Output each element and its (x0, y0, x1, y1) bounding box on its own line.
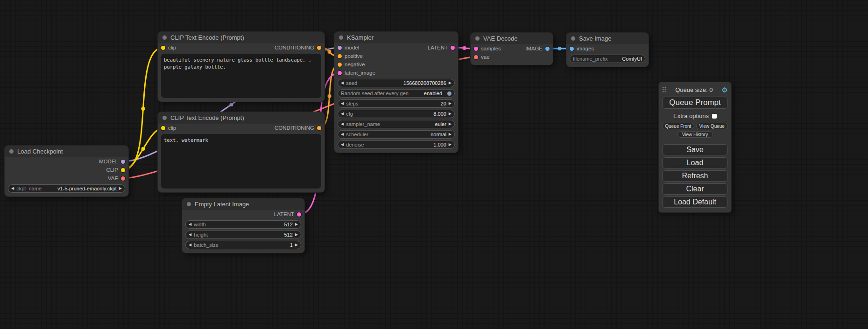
node-title: CLIP Text Encode (Prompt) (170, 34, 244, 41)
settings-gear-icon[interactable]: ⚙ (722, 86, 728, 93)
link-midpoint-dot[interactable] (141, 147, 145, 151)
decrement-arrow-icon[interactable]: ◀ (341, 143, 344, 147)
node-title-bar[interactable]: Load Checkpoint (5, 146, 128, 157)
decrement-arrow-icon[interactable]: ◀ (189, 243, 191, 247)
toggle-knob[interactable] (447, 91, 452, 96)
decrement-arrow-icon[interactable]: ◀ (341, 112, 344, 116)
node-title: KSampler (347, 34, 374, 41)
menu-header: Queue size: 0 ⚙ (662, 85, 728, 94)
node-title-bar[interactable]: Save Image (566, 33, 649, 44)
increment-arrow-icon[interactable]: ▶ (449, 122, 452, 126)
node-empty-latent-image[interactable]: Empty Latent Image LATENT ◀ width 512 ▶ … (182, 198, 304, 253)
increment-arrow-icon[interactable]: ▶ (119, 187, 122, 190)
output-port-conditioning[interactable] (317, 46, 321, 50)
view-history-button[interactable]: View History (677, 131, 713, 138)
link-midpoint-dot[interactable] (141, 107, 145, 111)
input-port-negative[interactable] (338, 63, 342, 67)
link-midpoint-dot[interactable] (463, 46, 466, 50)
node-ksampler[interactable]: KSampler model LATENT positive negative … (334, 32, 458, 153)
slot-row: clip CONDITIONING (158, 124, 325, 132)
collapse-dot-icon[interactable] (187, 202, 191, 206)
widget-steps[interactable]: ◀ steps 20 ▶ (338, 99, 455, 108)
input-port-model[interactable] (338, 46, 342, 50)
node-title-bar[interactable]: Empty Latent Image (182, 198, 304, 210)
widget-random-seed-toggle[interactable]: Random seed after every gen enabled (338, 89, 455, 98)
widget-scheduler[interactable]: ◀ scheduler normal ▶ (338, 130, 455, 139)
node-clip-text-encode-negative[interactable]: CLIP Text Encode (Prompt) clip CONDITION… (158, 112, 325, 192)
node-graph-canvas[interactable]: Load Checkpoint MODEL CLIP VAE ◀ ckpt_na… (0, 0, 868, 329)
input-port-clip[interactable] (161, 46, 165, 50)
widget-batch-size[interactable]: ◀ batch_size 1 ▶ (185, 241, 301, 249)
input-port-vae[interactable] (474, 55, 478, 59)
node-title-bar[interactable]: KSampler (334, 32, 458, 43)
link-midpoint-dot[interactable] (558, 47, 562, 50)
collapse-dot-icon[interactable] (475, 36, 480, 41)
decrement-arrow-icon[interactable]: ◀ (341, 133, 344, 136)
load-button[interactable]: Load (662, 157, 728, 168)
negative-prompt-textarea[interactable]: text, watermark (161, 134, 321, 189)
save-button[interactable]: Save (662, 144, 728, 155)
decrement-arrow-icon[interactable]: ◀ (341, 122, 344, 126)
input-port-samples[interactable] (474, 47, 478, 51)
increment-arrow-icon[interactable]: ▶ (295, 233, 298, 237)
drag-handle-icon[interactable] (662, 86, 666, 93)
queue-prompt-button[interactable]: Queue Prompt (662, 97, 728, 109)
positive-prompt-textarea[interactable]: beautiful scenery nature glass bottle la… (161, 54, 321, 98)
collapse-dot-icon[interactable] (9, 149, 14, 154)
output-port-latent[interactable] (297, 212, 301, 217)
decrement-arrow-icon[interactable]: ◀ (341, 102, 344, 105)
clear-button[interactable]: Clear (662, 183, 728, 195)
load-default-button[interactable]: Load Default (662, 196, 728, 208)
node-title-bar[interactable]: CLIP Text Encode (Prompt) (158, 32, 325, 43)
link-midpoint-dot[interactable] (230, 103, 233, 106)
widget-width[interactable]: ◀ width 512 ▶ (185, 220, 301, 229)
increment-arrow-icon[interactable]: ▶ (295, 243, 298, 247)
refresh-button[interactable]: Refresh (662, 170, 728, 182)
node-title-bar[interactable]: VAE Decode (471, 33, 553, 44)
collapse-dot-icon[interactable] (339, 35, 343, 40)
output-label: LATENT (428, 45, 448, 50)
view-queue-button[interactable]: View Queue (696, 123, 728, 129)
increment-arrow-icon[interactable]: ▶ (295, 223, 298, 226)
increment-arrow-icon[interactable]: ▶ (449, 133, 452, 136)
widget-height[interactable]: ◀ height 512 ▶ (185, 231, 301, 239)
extra-options-checkbox[interactable] (712, 114, 717, 119)
input-label: samples (481, 46, 501, 51)
input-port-images[interactable] (570, 47, 574, 51)
output-port-conditioning[interactable] (317, 126, 321, 130)
input-port-positive[interactable] (338, 54, 342, 58)
collapse-dot-icon[interactable] (571, 36, 575, 41)
input-port-latent-image[interactable] (338, 71, 342, 75)
decrement-arrow-icon[interactable]: ◀ (11, 187, 14, 190)
output-port-vae[interactable] (121, 176, 125, 181)
collapse-dot-icon[interactable] (162, 35, 167, 40)
input-port-clip[interactable] (161, 126, 165, 130)
node-clip-text-encode-positive[interactable]: CLIP Text Encode (Prompt) clip CONDITION… (158, 32, 325, 102)
node-title-bar[interactable]: CLIP Text Encode (Prompt) (158, 112, 325, 124)
link-midpoint-dot[interactable] (328, 50, 332, 54)
widget-sampler-name[interactable]: ◀ sampler_name euler ▶ (338, 120, 455, 128)
widget-cfg[interactable]: ◀ cfg 8.000 ▶ (338, 110, 455, 118)
increment-arrow-icon[interactable]: ▶ (449, 102, 452, 105)
output-port-model[interactable] (121, 160, 125, 164)
widget-denoise[interactable]: ◀ denoise 1.000 ▶ (338, 140, 455, 149)
decrement-arrow-icon[interactable]: ◀ (189, 233, 191, 237)
increment-arrow-icon[interactable]: ▶ (449, 81, 452, 85)
decrement-arrow-icon[interactable]: ◀ (189, 223, 191, 226)
node-vae-decode[interactable]: VAE Decode samples IMAGE vae (471, 33, 553, 65)
output-port-latent[interactable] (451, 46, 455, 50)
node-save-image[interactable]: Save Image images filename_prefix ComfyU… (566, 33, 649, 67)
queue-menu-panel[interactable]: Queue size: 0 ⚙ Queue Prompt Extra optio… (659, 82, 731, 212)
widget-ckpt-name[interactable]: ◀ ckpt_name v1-5-pruned-emaonly.ckpt ▶ (8, 184, 125, 193)
decrement-arrow-icon[interactable]: ◀ (341, 81, 344, 85)
widget-filename-prefix[interactable]: filename_prefix ComfyUI (570, 55, 645, 63)
increment-arrow-icon[interactable]: ▶ (449, 143, 452, 147)
queue-front-button[interactable]: Queue Front (662, 123, 694, 129)
widget-seed[interactable]: ◀ seed 156680208700286 ▶ (338, 79, 455, 87)
output-port-image[interactable] (545, 47, 550, 51)
output-port-clip[interactable] (121, 168, 125, 172)
collapse-dot-icon[interactable] (162, 116, 167, 120)
increment-arrow-icon[interactable]: ▶ (449, 112, 452, 116)
node-load-checkpoint[interactable]: Load Checkpoint MODEL CLIP VAE ◀ ckpt_na… (5, 146, 128, 196)
link-midpoint-dot[interactable] (328, 94, 332, 98)
